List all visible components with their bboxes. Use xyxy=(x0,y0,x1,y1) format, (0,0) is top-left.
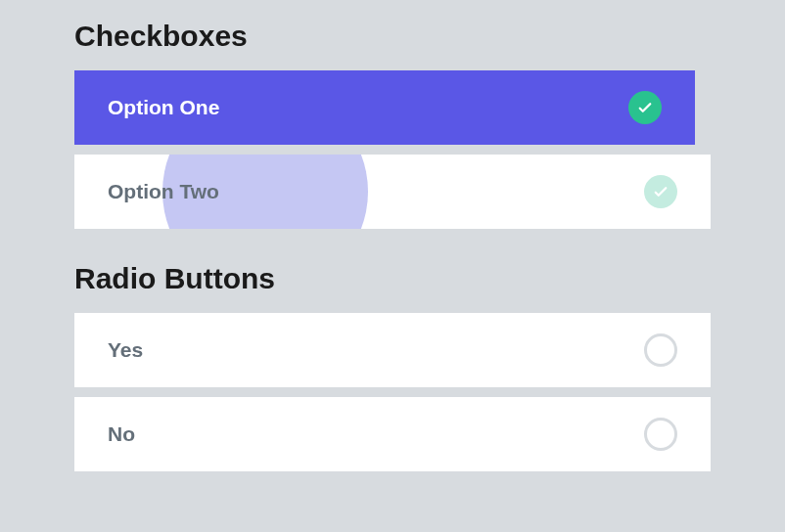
check-icon xyxy=(628,91,662,124)
checkbox-option-one[interactable]: Option One xyxy=(74,70,695,145)
checkboxes-heading: Checkboxes xyxy=(74,20,711,53)
checkbox-option-two[interactable]: Option Two xyxy=(74,155,711,229)
radio-option-label: No xyxy=(108,422,135,446)
radio-option-yes[interactable]: Yes xyxy=(74,313,711,387)
radio-icon xyxy=(644,418,677,451)
checkbox-option-label: Option One xyxy=(108,96,219,119)
radio-option-label: Yes xyxy=(108,338,143,362)
check-icon xyxy=(644,175,677,208)
checkbox-option-label: Option Two xyxy=(108,180,219,203)
radio-icon xyxy=(644,333,677,367)
radio-buttons-heading: Radio Buttons xyxy=(74,262,711,295)
radio-option-no[interactable]: No xyxy=(74,397,711,471)
